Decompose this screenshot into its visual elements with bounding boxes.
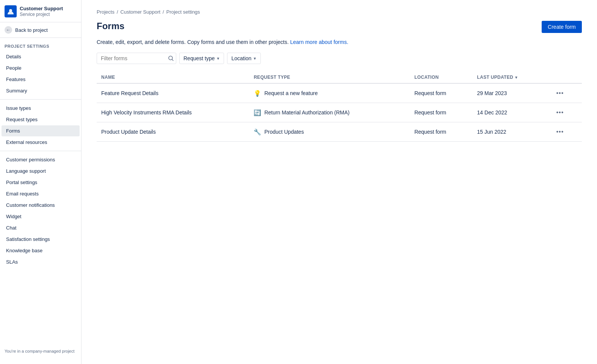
sidebar-item-details[interactable]: Details (2, 51, 80, 62)
sidebar-item-external-resources[interactable]: External resources (2, 137, 80, 148)
table-row: High Velocity Instruments RMA Details 🔄 … (97, 103, 582, 122)
form-name-link[interactable]: Feature Request Details (101, 90, 158, 96)
sidebar-nav: DetailsPeopleFeaturesSummaryIssue typesR… (0, 51, 81, 268)
cell-last-updated: 15 Jun 2022 (473, 122, 550, 142)
cell-name: High Velocity Instruments RMA Details (97, 103, 249, 122)
cell-location: Request form (410, 122, 472, 142)
back-to-project-button[interactable]: ← Back to project (0, 22, 81, 38)
request-type-text: Product Updates (264, 129, 304, 135)
forms-table: Name Request type Location Last updated … (97, 72, 582, 142)
request-type-text: Return Material Authorization (RMA) (264, 109, 349, 116)
sidebar-item-request-types[interactable]: Request types (2, 114, 80, 125)
main-content: Projects / Customer Support / Project se… (81, 0, 597, 364)
page-title: Forms (97, 21, 124, 31)
cell-location: Request form (410, 83, 472, 103)
location-filter[interactable]: Location ▼ (227, 53, 261, 64)
cell-request-type: 🔄 Return Material Authorization (RMA) (249, 103, 410, 122)
request-type-icon: 🔄 (254, 109, 261, 116)
sort-icon: ▼ (514, 75, 518, 80)
create-form-button[interactable]: Create form (542, 21, 582, 33)
sidebar-item-knowledge-base[interactable]: Knowledge base (2, 245, 80, 256)
project-type: Service project (20, 12, 63, 17)
breadcrumb-customer-support[interactable]: Customer Support (121, 9, 161, 15)
request-type-chevron-icon: ▼ (216, 56, 220, 61)
project-name: Customer Support (20, 6, 63, 12)
sidebar-item-chat[interactable]: Chat (2, 222, 80, 233)
col-request-type: Request type (249, 72, 410, 83)
more-options-button[interactable]: ••• (554, 127, 566, 137)
sidebar-item-features[interactable]: Features (2, 74, 80, 85)
sidebar-divider (0, 151, 81, 151)
sidebar-item-email-requests[interactable]: Email requests (2, 188, 80, 199)
cell-name: Feature Request Details (97, 83, 249, 103)
breadcrumb: Projects / Customer Support / Project se… (97, 9, 582, 15)
sidebar-item-language-support[interactable]: Language support (2, 166, 80, 177)
sidebar-item-forms[interactable]: Forms (2, 125, 80, 136)
table-header: Name Request type Location Last updated … (97, 72, 582, 83)
breadcrumb-project-settings: Project settings (166, 9, 200, 15)
cell-actions: ••• (550, 103, 582, 122)
sidebar-item-customer-notifications[interactable]: Customer notifications (2, 200, 80, 211)
sidebar-item-people[interactable]: People (2, 62, 80, 73)
cell-request-type: 💡 Request a new feature (249, 83, 410, 103)
table-row: Product Update Details 🔧 Product Updates… (97, 122, 582, 142)
svg-line-3 (172, 59, 174, 61)
page-header: Forms Create form (97, 21, 582, 33)
col-location: Location (410, 72, 472, 83)
col-last-updated[interactable]: Last updated ▼ (473, 72, 550, 83)
form-name-link[interactable]: High Velocity Instruments RMA Details (101, 109, 192, 116)
learn-more-link[interactable]: Learn more about forms. (290, 39, 348, 45)
sidebar-item-widget[interactable]: Widget (2, 211, 80, 222)
page-description: Create, edit, export, and delete forms. … (97, 39, 582, 45)
filter-bar: Request type ▼ Location ▼ (97, 53, 582, 64)
cell-actions: ••• (550, 83, 582, 103)
request-type-icon: 💡 (254, 89, 261, 97)
table-row: Feature Request Details 💡 Request a new … (97, 83, 582, 103)
sidebar-item-customer-permissions[interactable]: Customer permissions (2, 154, 80, 165)
request-type-icon: 🔧 (254, 128, 261, 136)
table-body: Feature Request Details 💡 Request a new … (97, 83, 582, 142)
sidebar-footer: You're in a company-managed project (0, 346, 81, 356)
form-name-link[interactable]: Product Update Details (101, 129, 156, 135)
sidebar-section-title: Project settings (0, 38, 81, 51)
request-type-label: Request type (183, 55, 215, 61)
location-chevron-icon: ▼ (253, 56, 257, 61)
more-options-button[interactable]: ••• (554, 108, 566, 117)
breadcrumb-projects[interactable]: Projects (97, 9, 114, 15)
request-type-text: Request a new feature (264, 90, 318, 96)
sidebar-item-summary[interactable]: Summary (2, 85, 80, 96)
sidebar-item-issue-types[interactable]: Issue types (2, 103, 80, 114)
location-label: Location (231, 55, 251, 61)
sidebar: Customer Support Service project ← Back … (0, 0, 81, 364)
col-name: Name (97, 72, 249, 83)
search-button[interactable] (168, 55, 174, 61)
cell-location: Request form (410, 103, 472, 122)
request-type-filter[interactable]: Request type ▼ (179, 53, 224, 64)
cell-actions: ••• (550, 122, 582, 142)
search-wrapper (97, 53, 176, 64)
sidebar-item-satisfaction-settings[interactable]: Satisfaction settings (2, 234, 80, 245)
back-icon: ← (5, 26, 12, 34)
cell-request-type: 🔧 Product Updates (249, 122, 410, 142)
search-input[interactable] (97, 53, 176, 64)
sidebar-item-portal-settings[interactable]: Portal settings (2, 177, 80, 188)
sidebar-divider (0, 99, 81, 100)
more-options-button[interactable]: ••• (554, 88, 566, 98)
sidebar-header: Customer Support Service project (0, 0, 81, 22)
back-label: Back to project (15, 27, 48, 33)
cell-last-updated: 14 Dec 2022 (473, 103, 550, 122)
cell-name: Product Update Details (97, 122, 249, 142)
col-actions (550, 72, 582, 83)
cell-last-updated: 29 Mar 2023 (473, 83, 550, 103)
avatar (5, 5, 17, 17)
sidebar-item-slas[interactable]: SLAs (2, 256, 80, 267)
